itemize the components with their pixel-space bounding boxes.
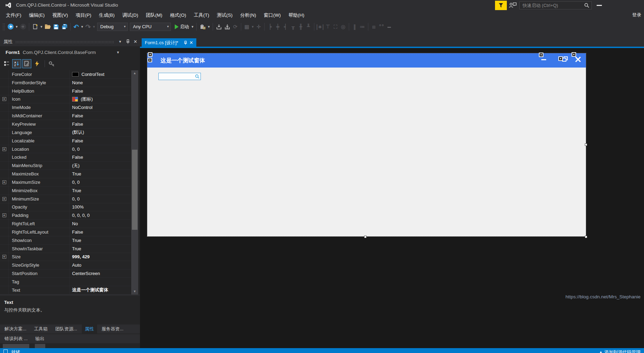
property-name[interactable]: IsMdiContainer [9,112,70,120]
property-grid-scrollbar[interactable]: ▲ ▼ [131,70,138,295]
menu-item-3[interactable]: 项目(P) [72,11,95,20]
dock-tab-3[interactable]: 属性 [82,324,97,334]
debug-config-combo-dropdown-icon[interactable]: ▼ [122,25,127,28]
property-value[interactable]: (默认) [70,128,131,136]
add-to-source-control-button[interactable]: ▲ 添加到源代码管理 [599,349,641,353]
close-icon[interactable]: ✕ [132,39,139,45]
new-item-icon[interactable] [31,23,39,31]
tab-close-icon[interactable]: ✕ [189,40,193,45]
property-name[interactable]: ImeMode [9,103,70,111]
properties-icon[interactable] [22,59,31,68]
expand-icon[interactable]: + [2,197,6,201]
form-title-bar[interactable]: 这是一个测试窗体 × [147,53,586,68]
scroll-up-icon[interactable]: ▲ [131,70,138,76]
form-client-area[interactable] [147,68,586,236]
document-tab-form1[interactable]: Form1.cs [设计]* ✕ [142,38,196,47]
property-value[interactable]: 0, 0 [70,178,131,186]
property-name[interactable]: RightToLeft [9,220,70,228]
property-value[interactable]: False [70,120,131,128]
property-value[interactable]: False [70,153,131,161]
panel-tab-1[interactable]: 输出 [32,334,47,343]
menu-item-12[interactable]: 帮助(H) [284,11,308,20]
search-icon[interactable] [584,3,589,8]
designer-canvas[interactable]: 这是一个测试窗体 × [140,48,644,348]
expand-icon[interactable]: + [2,147,6,151]
expand-icon[interactable]: + [2,97,6,101]
attach-icon[interactable] [198,23,207,31]
scrollbar-thumb[interactable] [132,150,138,230]
property-value[interactable]: 100% [70,203,131,211]
form-restore-button[interactable] [562,56,568,63]
tab-pin-icon[interactable] [184,41,187,45]
menu-item-10[interactable]: 分析(N) [236,11,260,20]
platform-combo[interactable]: Any CPU▼ [130,23,171,31]
property-value[interactable]: False [70,87,131,95]
property-name[interactable]: RightToLeftLayout [9,228,70,236]
property-value[interactable]: False [70,228,131,236]
object-selector-dropdown-icon[interactable]: ▼ [116,50,120,54]
toolbar-overflow-icon[interactable]: ▼ [207,25,211,29]
menu-item-8[interactable]: 工具(T) [190,11,213,20]
feedback-icon[interactable] [509,2,517,10]
property-value[interactable]: None [70,79,131,87]
property-value[interactable]: 0, 0, 0, 0 [70,211,131,219]
designer-glyph-icon[interactable] [148,52,152,57]
categorized-icon[interactable] [2,59,11,68]
export-template-icon[interactable] [215,23,223,31]
property-value[interactable]: True [70,187,131,195]
sign-in-link[interactable]: 登录 [632,12,641,18]
property-pages-icon[interactable] [47,59,56,68]
property-name[interactable]: Language [9,128,70,136]
menu-item-0[interactable]: 文件(F) [2,11,25,20]
property-name[interactable]: Locked [9,153,70,161]
property-name[interactable]: SizeGripStyle [9,261,70,269]
start-label[interactable]: 启动 [180,24,189,30]
start-dropdown-icon[interactable]: ▼ [190,25,195,29]
property-name[interactable]: ShowIcon [9,236,70,244]
menu-item-2[interactable]: 视图(V) [48,11,72,20]
property-name[interactable]: Localizable [9,137,70,145]
menu-item-4[interactable]: 生成(B) [95,11,118,20]
resize-handle-right[interactable] [585,143,587,146]
scroll-down-icon[interactable]: ▼ [131,289,138,295]
property-value[interactable]: True [70,170,131,178]
open-folder-icon[interactable] [44,23,52,31]
menu-item-11[interactable]: 窗口(W) [260,11,285,20]
property-value[interactable]: NoControl [70,103,131,111]
menu-item-9[interactable]: 测试(S) [213,11,236,20]
property-value[interactable]: (无) [70,162,131,170]
pin-icon[interactable] [125,39,131,45]
property-name[interactable]: MainMenuStrip [9,162,70,170]
expand-icon[interactable]: + [2,180,6,184]
start-icon[interactable] [175,24,179,29]
expand-icon[interactable]: + [2,213,6,217]
property-name[interactable]: MinimumSize [9,195,70,203]
property-name[interactable]: Location [9,145,70,153]
platform-combo-dropdown-icon[interactable]: ▼ [165,25,171,28]
back-dropdown-icon[interactable]: ▼ [15,25,19,29]
quick-launch-box[interactable]: 快速启动 (Ctrl+Q) [519,1,592,9]
search-textbox-control[interactable] [158,73,201,80]
property-value[interactable]: 999, 429 [70,253,131,261]
property-value[interactable]: False [70,112,131,120]
property-name[interactable]: Text [9,286,70,294]
designer-glyph-icon[interactable] [148,58,152,62]
property-name[interactable]: Tag [9,278,70,286]
property-value[interactable]: ControlText [70,70,131,78]
form-close-button[interactable]: × [574,54,582,64]
form-minimize-button[interactable] [541,59,546,60]
menu-item-1[interactable]: 编辑(E) [25,11,48,20]
property-value[interactable]: CenterScreen [70,269,131,277]
property-value[interactable]: 0, 0 [70,145,131,153]
property-name[interactable]: MaximumSize [9,178,70,186]
property-value[interactable]: (图标) [70,95,131,103]
property-name[interactable]: Size [9,253,70,261]
object-selector-combobox[interactable]: Form1 Com.QPJ.Client.Control.BaseForm ▼ [0,48,140,57]
property-name[interactable]: StartPosition [9,269,70,277]
window-position-dropdown-icon[interactable]: ▾ [117,39,123,45]
menu-item-6[interactable]: 团队(M) [142,11,166,20]
property-value[interactable]: No [70,220,131,228]
new-item-dropdown-icon[interactable]: ▼ [39,25,44,29]
designer-glyph-icon[interactable] [539,53,543,57]
events-icon[interactable] [32,59,41,68]
